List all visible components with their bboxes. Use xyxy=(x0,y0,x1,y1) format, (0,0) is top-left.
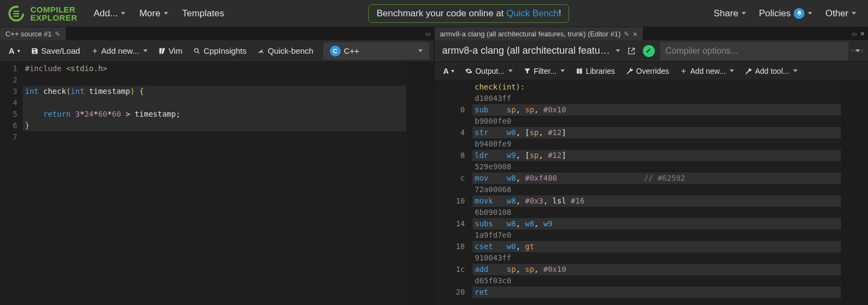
status-ok-icon: ✓ xyxy=(643,45,655,57)
plus-icon xyxy=(91,47,99,55)
minimap[interactable] xyxy=(841,80,868,305)
nav-left: Add... More Templates xyxy=(88,5,230,22)
funnel-icon xyxy=(524,67,531,75)
source-gutter: 1234567 xyxy=(0,62,23,305)
font-button[interactable]: A▾ xyxy=(439,64,458,78)
asm-code[interactable]: check(int):d10043ffsub sp, sp, #0x10b900… xyxy=(473,80,841,305)
compiler-pane: armv8-a clang (all architectural feature… xyxy=(435,27,868,305)
nav-other[interactable]: Other xyxy=(820,5,861,22)
save-load-button[interactable]: Save/Load xyxy=(27,43,85,58)
cpp-icon: C xyxy=(330,46,341,56)
quick-bench-link[interactable]: Quick Bench xyxy=(506,8,558,18)
magnifier-icon xyxy=(193,47,201,55)
gear-icon xyxy=(465,67,473,75)
logo[interactable]: COMPILER EXPLORER xyxy=(7,4,78,23)
maximize-icon[interactable] xyxy=(852,30,857,37)
libraries-button[interactable]: Libraries xyxy=(571,64,620,78)
logo-icon xyxy=(7,4,26,23)
compiler-tab[interactable]: armv8-a clang (all architectural feature… xyxy=(435,27,643,40)
asm-gutter: 0 4 8 c 10 14 18 1c 20 xyxy=(435,80,473,305)
pencil-icon[interactable] xyxy=(55,30,60,38)
minimap[interactable] xyxy=(406,62,433,305)
maximize-icon[interactable] xyxy=(425,30,430,37)
pencil-icon[interactable] xyxy=(624,30,629,38)
filter-button[interactable]: Filter... xyxy=(519,64,569,78)
promo-banner[interactable]: Benchmark your code online at Quick Benc… xyxy=(368,4,569,23)
popout-icon[interactable] xyxy=(626,45,637,57)
compiler-select[interactable]: armv8-a clang (all architectural feature… xyxy=(439,45,623,56)
source-code[interactable]: #include <stdio.h> int check(int timesta… xyxy=(23,62,406,305)
svg-rect-1 xyxy=(14,10,20,11)
plus-icon xyxy=(680,67,687,75)
source-editor[interactable]: 1234567 #include <stdio.h> int check(int… xyxy=(0,62,433,305)
overrides-button[interactable]: Overrides xyxy=(622,64,674,78)
wrench-icon xyxy=(745,67,752,75)
nav-share[interactable]: Share xyxy=(709,5,751,22)
wrench-icon xyxy=(626,67,634,75)
nav-policies[interactable]: Policies xyxy=(754,5,818,22)
vim-icon xyxy=(158,47,166,55)
bell-icon xyxy=(794,8,805,19)
compiler-tab-strip: armv8-a clang (all architectural feature… xyxy=(435,27,868,40)
editor-tab[interactable]: C++ source #1 xyxy=(0,27,66,40)
quickbench-button[interactable]: Quick-bench xyxy=(253,43,317,58)
addtool-button[interactable]: Add tool... xyxy=(741,64,802,78)
language-select[interactable]: C C++ xyxy=(323,42,429,60)
compiler-options-input[interactable] xyxy=(660,42,849,60)
editor-toolbar: A▾ Save/Load Add new... Vim CppInsights … xyxy=(0,40,433,62)
addnew-button[interactable]: Add new... xyxy=(675,64,738,78)
compiler-subtoolbar: A▾ Output... Filter... Libraries Overrid… xyxy=(435,62,868,80)
svg-rect-2 xyxy=(14,13,20,14)
editor-pane: C++ source #1 A▾ Save/Load Add new... Vi… xyxy=(0,27,435,305)
logo-text: COMPILER EXPLORER xyxy=(30,5,78,22)
cppinsights-button[interactable]: CppInsights xyxy=(189,43,251,58)
compiler-toolbar: armv8-a clang (all architectural feature… xyxy=(435,40,868,62)
output-button[interactable]: Output... xyxy=(461,64,517,78)
panes: C++ source #1 A▾ Save/Load Add new... Vi… xyxy=(0,27,868,305)
gauge-icon xyxy=(257,47,265,55)
svg-point-4 xyxy=(195,48,199,52)
topbar: COMPILER EXPLORER Add... More Templates … xyxy=(0,0,868,27)
nav-right: Share Policies Other xyxy=(709,5,862,22)
svg-rect-3 xyxy=(14,15,20,16)
close-icon[interactable] xyxy=(633,30,637,38)
book-icon xyxy=(576,67,583,75)
asm-editor[interactable]: 0 4 8 c 10 14 18 1c 20 check(int):d10043… xyxy=(435,80,868,305)
save-icon xyxy=(31,47,39,55)
editor-tab-strip: C++ source #1 xyxy=(0,27,433,40)
nav-add[interactable]: Add... xyxy=(88,5,131,22)
options-dropdown[interactable] xyxy=(851,49,864,52)
close-pane-icon[interactable] xyxy=(860,30,865,37)
font-button[interactable]: A▾ xyxy=(4,43,24,58)
nav-templates[interactable]: Templates xyxy=(177,5,229,22)
tab-label: armv8-a clang (all architectural feature… xyxy=(440,30,621,38)
vim-button[interactable]: Vim xyxy=(154,43,187,58)
nav-more[interactable]: More xyxy=(134,5,174,22)
add-new-button[interactable]: Add new... xyxy=(87,43,152,58)
tab-label: C++ source #1 xyxy=(5,30,52,38)
